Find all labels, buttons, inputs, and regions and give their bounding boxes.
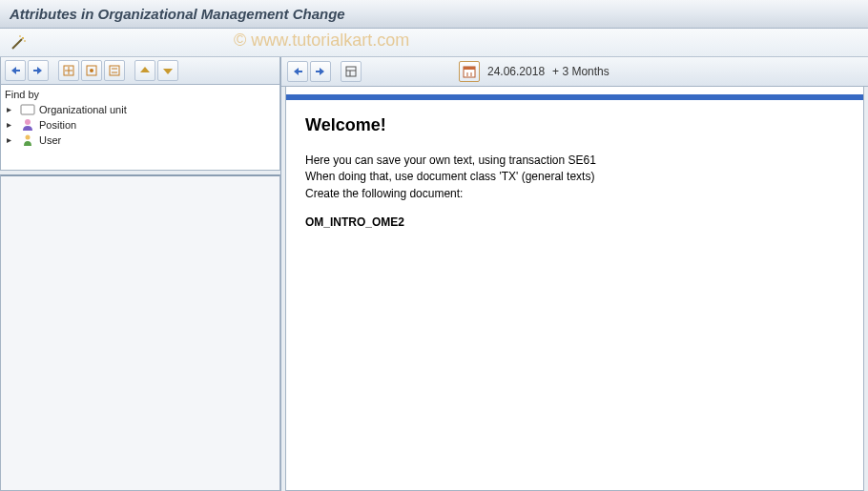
- window-title-bar: Attributes in Organizational Management …: [0, 0, 868, 29]
- nav-forward-button[interactable]: [28, 60, 49, 81]
- welcome-line: When doing that, use document class 'TX'…: [305, 169, 844, 185]
- svg-rect-4: [15, 70, 20, 72]
- person-icon: [20, 118, 35, 132]
- content-back-button[interactable]: [287, 61, 308, 82]
- assign-button-2[interactable]: [81, 60, 102, 81]
- tree-item-user[interactable]: ▸ User: [5, 133, 276, 148]
- document-name: OM_INTRO_OME2: [305, 215, 844, 229]
- svg-point-16: [26, 135, 31, 140]
- content-area: Welcome! Here you can save your own text…: [285, 87, 864, 491]
- welcome-heading: Welcome!: [305, 115, 844, 135]
- find-by-panel: Find by ▸ Organizational unit ▸ Position…: [0, 85, 280, 171]
- tree-item-org-unit[interactable]: ▸ Organizational unit: [5, 102, 276, 117]
- svg-rect-18: [316, 71, 320, 72]
- svg-point-10: [90, 69, 93, 72]
- move-up-button[interactable]: [134, 60, 155, 81]
- date-value: 24.06.2018: [487, 65, 545, 78]
- period-value: + 3 Months: [552, 65, 610, 78]
- find-by-label: Find by: [5, 87, 276, 102]
- svg-rect-19: [346, 67, 356, 76]
- app-toolbar: [0, 29, 868, 57]
- tree-label: Position: [39, 119, 76, 131]
- move-down-button[interactable]: [157, 60, 178, 81]
- svg-point-2: [19, 35, 21, 37]
- svg-point-1: [22, 37, 24, 39]
- welcome-line: Create the following document:: [305, 186, 844, 202]
- window-title: Attributes in Organizational Management …: [10, 6, 345, 22]
- right-toolbar: 24.06.2018 + 3 Months: [281, 57, 868, 87]
- svg-rect-5: [33, 70, 38, 72]
- org-unit-icon: [20, 103, 35, 116]
- assign-button-1[interactable]: [58, 60, 79, 81]
- expand-icon[interactable]: ▸: [7, 105, 16, 114]
- tree-label: Organizational unit: [39, 104, 127, 115]
- welcome-line: Here you can save your own text, using t…: [305, 153, 844, 169]
- nav-back-button[interactable]: [5, 60, 26, 81]
- main-area: Find by ▸ Organizational unit ▸ Position…: [0, 57, 868, 491]
- accent-bar: [286, 94, 863, 100]
- svg-rect-23: [464, 67, 475, 70]
- tree-item-position[interactable]: ▸ Position: [5, 117, 276, 133]
- svg-rect-14: [21, 105, 34, 114]
- svg-rect-17: [298, 71, 302, 72]
- right-panel: 24.06.2018 + 3 Months Welcome! Here you …: [281, 57, 868, 491]
- left-panel: Find by ▸ Organizational unit ▸ Position…: [0, 57, 281, 491]
- left-toolbar: [0, 57, 280, 85]
- period-button[interactable]: [459, 61, 480, 82]
- user-icon: [20, 133, 35, 147]
- tree-label: User: [39, 134, 61, 146]
- svg-line-0: [12, 39, 22, 49]
- expand-icon[interactable]: ▸: [7, 135, 16, 145]
- wand-icon[interactable]: [10, 34, 27, 51]
- svg-point-15: [25, 119, 31, 125]
- assign-button-3[interactable]: [104, 60, 125, 81]
- content-forward-button[interactable]: [310, 61, 331, 82]
- date-section: 24.06.2018 + 3 Months: [459, 61, 610, 82]
- bottom-pane: [0, 174, 280, 491]
- svg-point-3: [24, 40, 26, 42]
- expand-icon[interactable]: ▸: [7, 120, 16, 130]
- layout-button[interactable]: [341, 61, 362, 82]
- svg-rect-11: [110, 66, 119, 75]
- welcome-text: Here you can save your own text, using t…: [305, 153, 844, 202]
